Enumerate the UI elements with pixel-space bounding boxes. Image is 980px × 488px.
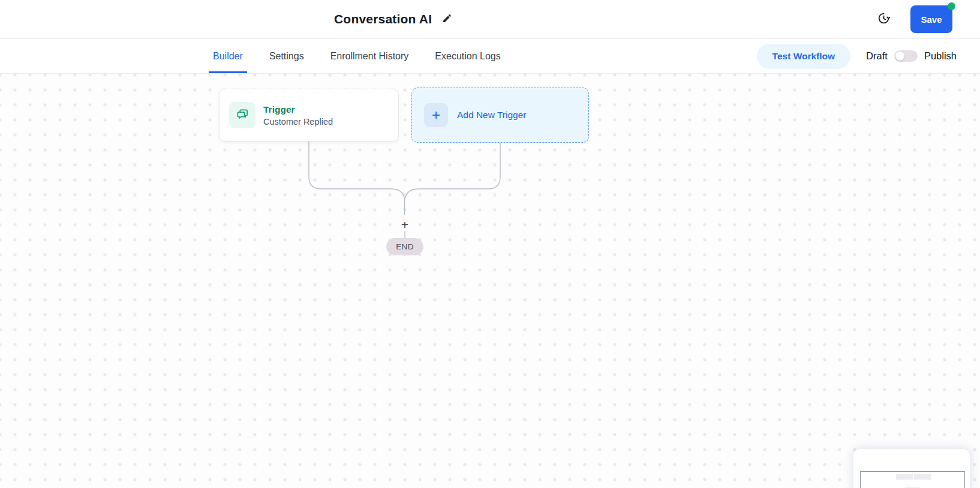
publish-label: Publish [924,50,957,62]
add-action-button[interactable]: + [398,218,411,231]
tab-builder[interactable]: Builder [209,39,247,73]
add-new-trigger-label: Add New Trigger [457,110,526,121]
page-title: Conversation AI [334,12,432,26]
trigger-node-subtitle: Customer Replied [263,117,333,126]
publish-toggle[interactable] [894,50,918,62]
trigger-icon-box [229,102,255,128]
test-workflow-button[interactable]: Test Workflow [757,44,851,69]
tab-settings[interactable]: Settings [265,39,308,73]
history-clock-icon [876,11,891,28]
version-history-button[interactable] [876,11,891,28]
workflow-canvas[interactable]: Trigger Customer Replied + Add New Trigg… [0,74,980,488]
add-new-trigger-card[interactable]: + Add New Trigger [411,88,589,143]
edit-title-button[interactable] [442,13,452,25]
workflow-tabbar: Builder Settings Enrollment History Exec… [0,39,980,74]
trigger-node-text: Trigger Customer Replied [263,104,333,126]
save-button-label: Save [921,14,942,25]
chat-bubbles-icon [236,107,249,123]
save-button[interactable]: Save [910,5,952,33]
tab-execution-logs[interactable]: Execution Logs [431,39,504,73]
header-actions: Save [876,0,952,38]
minimap-node-trigger [896,474,913,480]
minimap-panel[interactable] [853,448,970,488]
unsaved-changes-badge [948,2,955,10]
pencil-icon [442,13,452,25]
app-header: Conversation AI Save [0,0,980,39]
workflow-title-group: Conversation AI [334,0,452,38]
minimap-node-add-trigger [914,474,931,480]
tab-enrollment-history[interactable]: Enrollment History [326,39,413,73]
minimap-viewport[interactable] [860,471,965,488]
trigger-node-title: Trigger [263,104,333,115]
plus-icon: + [424,103,448,127]
trigger-node-card[interactable]: Trigger Customer Replied [219,89,399,141]
draft-label: Draft [866,50,888,62]
publish-toggle-knob [895,52,904,61]
end-node: END [386,238,423,255]
workflow-controls: Test Workflow Draft Publish [757,39,957,73]
